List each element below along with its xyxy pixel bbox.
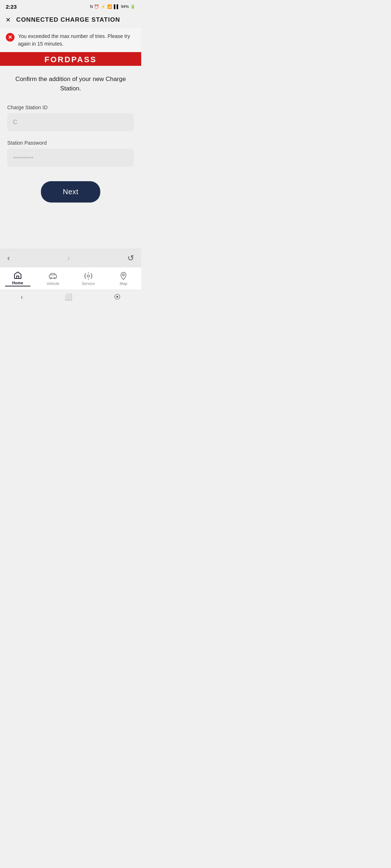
svg-point-2 bbox=[51, 278, 52, 279]
tab-service[interactable]: Service bbox=[76, 272, 101, 286]
nfc-icon: N bbox=[90, 4, 93, 9]
browser-nav-bar: ‹ › ↺ bbox=[0, 249, 141, 267]
station-password-group: Station Password bbox=[7, 140, 134, 167]
charge-station-id-input[interactable] bbox=[7, 113, 134, 131]
error-message: You exceeded the max number of tries. Pl… bbox=[18, 33, 135, 48]
station-password-input[interactable] bbox=[7, 149, 134, 167]
status-icons: N ⏰ ⚡ 📶 ▌▌ 94% 🔋 bbox=[90, 4, 135, 9]
forward-arrow-button[interactable]: › bbox=[67, 254, 70, 263]
tab-home-label: Home bbox=[12, 281, 23, 285]
page-header: × CONNECTED CHARGE STATION bbox=[0, 12, 141, 28]
sys-back-button[interactable]: ‹ bbox=[21, 293, 23, 301]
error-banner: ✕ You exceeded the max number of tries. … bbox=[0, 28, 141, 52]
error-icon: ✕ bbox=[6, 33, 14, 42]
system-nav-bar: ‹ ⬜ ⦿ bbox=[0, 289, 141, 305]
battery-icon: 🔋 bbox=[130, 4, 135, 9]
wifi-icon: 📶 bbox=[107, 4, 112, 9]
tab-vehicle[interactable]: Vehicle bbox=[40, 272, 66, 286]
bottom-tab-bar: Home Vehicle Service Map bbox=[0, 267, 141, 289]
sys-home-button[interactable]: ⬜ bbox=[64, 293, 72, 301]
vehicle-icon bbox=[49, 272, 57, 280]
signal-icon: ▌▌ bbox=[114, 4, 119, 9]
status-time: 2:23 bbox=[6, 4, 17, 10]
back-arrow-button[interactable]: ‹ bbox=[7, 254, 10, 263]
fordpass-bar: FORDPASS bbox=[0, 52, 141, 66]
content-area: Confirm the addition of your new Charge … bbox=[0, 66, 141, 249]
home-icon bbox=[13, 271, 22, 280]
tab-vehicle-label: Vehicle bbox=[47, 281, 59, 286]
sys-recents-button[interactable]: ⦿ bbox=[114, 293, 121, 301]
map-icon bbox=[119, 272, 128, 280]
svg-point-5 bbox=[123, 274, 125, 276]
bluetooth-icon: ⚡ bbox=[101, 4, 106, 9]
battery-text: 94% bbox=[121, 4, 129, 9]
service-icon bbox=[84, 272, 93, 280]
close-button[interactable]: × bbox=[6, 16, 10, 24]
svg-rect-0 bbox=[17, 276, 19, 278]
page-title: CONNECTED CHARGE STATION bbox=[16, 16, 120, 24]
charge-station-id-label: Charge Station ID bbox=[7, 105, 134, 110]
station-password-label: Station Password bbox=[7, 140, 134, 146]
fordpass-label: FORDPASS bbox=[45, 55, 97, 64]
charge-station-id-group: Charge Station ID bbox=[7, 105, 134, 131]
refresh-button[interactable]: ↺ bbox=[127, 254, 134, 263]
tab-map-label: Map bbox=[120, 281, 127, 286]
svg-point-4 bbox=[87, 275, 89, 277]
next-button-container: Next bbox=[7, 175, 134, 211]
svg-point-3 bbox=[54, 278, 55, 279]
confirm-description: Confirm the addition of your new Charge … bbox=[7, 75, 134, 93]
alarm-icon: ⏰ bbox=[94, 4, 99, 9]
tab-home[interactable]: Home bbox=[5, 271, 30, 286]
next-button[interactable]: Next bbox=[41, 181, 100, 203]
status-bar: 2:23 N ⏰ ⚡ 📶 ▌▌ 94% 🔋 bbox=[0, 0, 141, 12]
tab-service-label: Service bbox=[81, 281, 95, 286]
tab-map[interactable]: Map bbox=[111, 272, 136, 286]
